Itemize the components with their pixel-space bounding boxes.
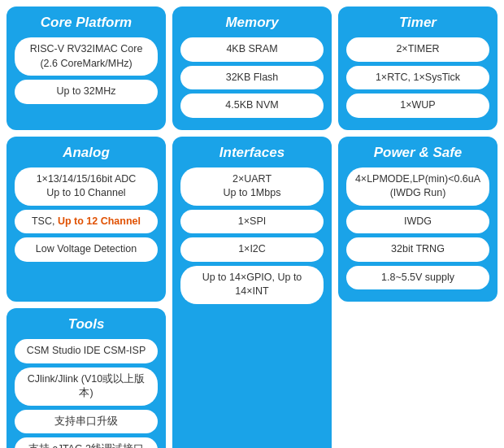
- analog-text-1: 1×13/14/15/16bit ADCUp to 10 Channel: [37, 173, 137, 199]
- analog-text-highlight: Up to 12 Channel: [58, 215, 141, 227]
- interfaces-pill-3: 1×I2C: [180, 237, 324, 262]
- analog-card: Analog 1×13/14/15/16bit ADCUp to 10 Chan…: [7, 137, 166, 302]
- power-pill-4: 1.8~5.5V supply: [346, 266, 489, 290]
- power-card: Power & Safe 4×LPMODE,LP(min)<0.6uA(IWDG…: [338, 137, 497, 302]
- power-pill-3: 32bit TRNG: [346, 237, 489, 262]
- core-platform-text-2: Up to 32MHz: [57, 85, 116, 97]
- timer-text-3: 1×WUP: [400, 99, 435, 111]
- tools-pill-2: CJlink/Jlink (V10或以上版本): [15, 368, 158, 406]
- memory-pill-3: 4.5KB NVM: [180, 94, 324, 118]
- analog-pill-1: 1×13/14/15/16bit ADCUp to 10 Channel: [15, 167, 158, 206]
- memory-pill-1: 4KB SRAM: [180, 37, 324, 62]
- power-text-1: 4×LPMODE,LP(min)<0.6uA(IWDG Run): [355, 173, 480, 199]
- memory-text-2: 32KB Flash: [226, 72, 279, 83]
- memory-text-3: 4.5KB NVM: [225, 99, 278, 111]
- interfaces-text-4: Up to 14×GPIO, Up to 14×INT: [202, 272, 302, 298]
- analog-text-3: Low Voltage Detection: [36, 243, 137, 254]
- interfaces-pill-4: Up to 14×GPIO, Up to 14×INT: [180, 266, 324, 304]
- interfaces-pill-2: 1×SPI: [180, 210, 324, 234]
- core-platform-pill-1: RISC-V RV32IMAC Core(2.6 CoreMark/MHz): [15, 37, 158, 76]
- power-pill-1: 4×LPMODE,LP(min)<0.6uA(IWDG Run): [346, 167, 489, 206]
- timer-card: Timer 2×TIMER 1×RTC, 1×SysTick 1×WUP: [338, 7, 497, 130]
- analog-title: Analog: [15, 145, 158, 161]
- power-text-4: 1.8~5.5V supply: [381, 272, 454, 283]
- analog-text-tsc: TSC,: [32, 215, 58, 227]
- tools-text-3: 支持串口升级: [54, 415, 118, 427]
- interfaces-card: Interfaces 2×UARTUp to 1Mbps 1×SPI 1×I2C…: [172, 137, 332, 449]
- interfaces-text-1: 2×UARTUp to 1Mbps: [224, 173, 281, 199]
- timer-title: Timer: [346, 15, 489, 31]
- tools-text-1: CSM Studio IDE CSM-ISP: [27, 345, 146, 356]
- tools-text-2: CJlink/Jlink (V10或以上版本): [28, 373, 145, 399]
- timer-pill-2: 1×RTC, 1×SysTick: [346, 66, 489, 90]
- timer-text-2: 1×RTC, 1×SysTick: [376, 72, 460, 83]
- power-text-3: 32bit TRNG: [391, 243, 445, 254]
- timer-text-1: 2×TIMER: [396, 43, 439, 54]
- timer-pill-1: 2×TIMER: [346, 37, 489, 62]
- analog-pill-3: Low Voltage Detection: [15, 237, 158, 262]
- memory-text-1: 4KB SRAM: [226, 43, 277, 54]
- power-title: Power & Safe: [346, 145, 489, 161]
- tools-pill-1: CSM Studio IDE CSM-ISP: [15, 339, 158, 363]
- interfaces-pill-1: 2×UARTUp to 1Mbps: [180, 167, 324, 206]
- core-platform-card: Core Platform RISC-V RV32IMAC Core(2.6 C…: [7, 7, 166, 130]
- tools-title: Tools: [15, 316, 158, 333]
- tools-card: Tools CSM Studio IDE CSM-ISP CJlink/Jlin…: [7, 308, 166, 448]
- tools-pill-4: 支持 cJTAG 2线调试接口: [15, 437, 158, 448]
- core-platform-title: Core Platform: [15, 15, 158, 31]
- memory-pill-2: 32KB Flash: [180, 66, 324, 90]
- memory-card: Memory 4KB SRAM 32KB Flash 4.5KB NVM: [172, 7, 332, 130]
- tools-text-4: 支持 cJTAG 2线调试接口: [28, 443, 144, 448]
- memory-title: Memory: [180, 15, 324, 31]
- core-platform-pill-2: Up to 32MHz: [15, 80, 158, 104]
- tools-pill-3: 支持串口升级: [15, 410, 158, 434]
- power-text-2: IWDG: [404, 215, 432, 227]
- timer-pill-3: 1×WUP: [346, 94, 489, 118]
- interfaces-title: Interfaces: [180, 145, 324, 161]
- core-platform-text-1: RISC-V RV32IMAC Core(2.6 CoreMark/MHz): [30, 43, 143, 69]
- power-pill-2: IWDG: [346, 210, 489, 234]
- interfaces-text-3: 1×I2C: [238, 243, 266, 254]
- interfaces-text-2: 1×SPI: [238, 215, 266, 227]
- main-grid: Core Platform RISC-V RV32IMAC Core(2.6 C…: [7, 7, 497, 448]
- analog-pill-2: TSC, Up to 12 Channel: [15, 210, 158, 234]
